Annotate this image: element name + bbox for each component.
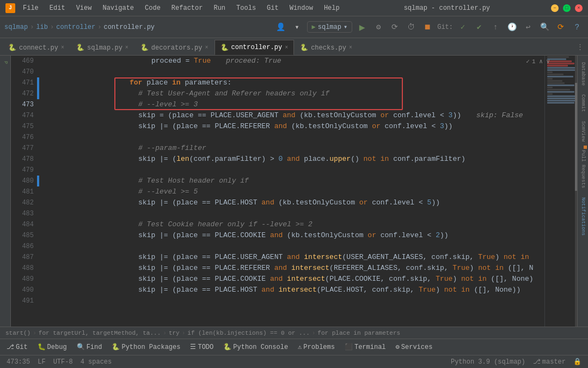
menu-code[interactable]: Code [142,3,164,13]
code-line-478: skip |= (len(conf.paramFilter) > 0 and p… [42,154,544,165]
menu-edit[interactable]: Edit [46,3,69,13]
minimap-indicator[interactable]: ✓ 1 ∧ ∨ [526,58,550,65]
line-numbers: 469 470 471 472 473 474 475 476 477 478 … [11,56,38,327]
breadcrumb-start[interactable]: start() [5,330,30,336]
menu-run[interactable]: Run [210,3,229,13]
services-button[interactable]: ⚙ Services [391,342,437,352]
code-line-476 [42,132,544,143]
status-indent[interactable]: 4 spaces [77,355,115,368]
breadcrumb-if[interactable]: if (len(kb.injections) == 0 or ... [187,330,309,336]
maximize-button[interactable]: □ [563,4,571,12]
minimap [544,56,577,327]
indent-value: 4 spaces [81,358,112,366]
terminal-button[interactable]: ⬛ Terminal [340,342,390,352]
python-console-button[interactable]: 🐍 Python Console [219,342,292,352]
user-icon[interactable]: 👤 [274,21,287,34]
status-line-ending[interactable]: LF [34,355,48,368]
help-icon[interactable]: ? [571,21,584,34]
git-label: Git: [437,23,453,31]
python-packages-button[interactable]: 🐍 Python Packages [107,342,185,352]
dropdown-arrow-icon[interactable]: ▾ [291,21,304,34]
todo-button[interactable]: ☰ TODO [186,342,218,352]
debug-button[interactable]: 🐛 Debug [33,342,71,352]
menu-window[interactable]: Window [286,3,316,13]
code-line-490: skip |= (place == PLACE.HOST and interse… [42,285,544,295]
tab-checks[interactable]: 🐍 checks.py × [294,40,358,55]
search-everywhere-icon[interactable]: 🔍 [538,21,551,34]
breadcrumb-file[interactable]: controller.py [103,23,155,31]
menu-help[interactable]: Help [321,3,343,13]
left-sidebar: P [0,56,11,327]
tab-connect[interactable]: 🐍 connect.py × [2,40,70,55]
tab-checks-label: checks.py [311,44,346,52]
git-tool-button[interactable]: ⎇ Git [2,342,32,352]
breadcrumb-sqlmap[interactable]: sqlmap [4,23,28,31]
tab-decorators-close[interactable]: × [205,45,208,51]
services-icon: ⚙ [396,343,400,351]
breadcrumb-for-place[interactable]: for place in parameters [317,330,400,336]
right-panel-commit[interactable]: Commit [579,90,587,116]
git-push-icon[interactable]: ↑ [489,21,502,34]
run-button[interactable]: ▶ [356,21,369,34]
git-check-icon[interactable]: ✓ [456,21,469,34]
tab-controller[interactable]: 🐍 controller.py × [215,40,295,55]
right-panel-notifications[interactable]: Notifications [579,193,587,240]
services-label: Services [401,343,433,351]
right-panel-pullrequests[interactable]: Pull Requests [579,146,587,192]
tabs-more-button[interactable]: ⋮ [577,43,588,51]
tab-controller-close[interactable]: × [285,45,288,51]
status-python[interactable]: Python 3.9 (sqlmap) [448,355,529,368]
title-bar: J File Edit View Navigate Code Refactor … [0,0,588,16]
breadcrumb-lib[interactable]: lib [36,23,48,31]
right-panel-scmview[interactable]: ScmView [579,117,587,146]
menu-git[interactable]: Git [264,3,282,13]
tab-connect-close[interactable]: × [61,45,64,51]
reload-button[interactable]: ⟳ [388,21,401,34]
sidebar-project-icon[interactable]: P [1,58,10,68]
app-icon: J [5,3,15,13]
menu-navigate[interactable]: Navigate [99,3,137,13]
run-config-arrow: ▾ [344,23,347,31]
close-button[interactable]: × [575,4,583,12]
tab-decorators[interactable]: 🐍 decorators.py × [134,40,215,55]
code-line-473: # --level >= 3 [42,99,544,110]
breadcrumb-controller-dir[interactable]: controller [56,23,95,31]
quick-switch-icon[interactable]: ⟳ [554,21,567,34]
minimap-scrollbar-thumb[interactable] [575,83,577,191]
stop-button[interactable]: ■ [421,21,434,34]
tab-controller-label: controller.py [231,44,283,51]
run-with-coverage-button[interactable]: ⚙ [372,21,385,34]
tab-sqlmap-close[interactable]: × [125,45,128,51]
menu-view[interactable]: View [73,3,95,13]
status-branch[interactable]: ⎇ master [530,355,569,368]
charset-value: UTF-8 [53,358,73,366]
git-tool-label: Git [16,343,28,351]
status-lock[interactable]: 🔒 [570,355,585,368]
profile-button[interactable]: ⏱ [405,21,418,34]
code-line-480: # Test Host header only if [42,176,544,186]
status-position[interactable]: 473:35 [3,355,33,368]
git-tick-icon[interactable]: ✔ [473,21,486,34]
problems-button[interactable]: ⚠ Problems [293,342,339,352]
status-charset[interactable]: UTF-8 [50,355,76,368]
tab-sqlmap[interactable]: 🐍 sqlmap.py × [70,40,134,55]
breadcrumb-try[interactable]: try [169,330,180,336]
breadcrumb-for[interactable]: for targetUrl, targetMethod, ta... [39,330,161,336]
right-panel-database[interactable]: Database [579,58,587,90]
code-line-483 [42,208,544,219]
code-line-484: # Test Cookie header only if --level >= … [42,219,544,230]
code-line-486 [42,241,544,252]
git-revert-icon[interactable]: ↩ [522,21,535,34]
menu-refactor[interactable]: Refactor [168,3,206,13]
menu-file[interactable]: File [20,3,42,13]
title-bar-left: J File Edit View Navigate Code Refactor … [5,3,343,13]
find-button[interactable]: 🔍 Find [72,342,107,352]
git-history-icon[interactable]: 🕐 [505,21,518,34]
minimize-button[interactable]: − [551,4,559,12]
menu-tools[interactable]: Tools [233,3,259,13]
run-config-dropdown[interactable]: ▶ sqlmap ▾ [307,21,353,33]
tab-checks-close[interactable]: × [349,45,352,51]
tab-controller-icon: 🐍 [220,44,229,52]
window-title: sqlmap - controller.py [404,4,490,12]
code-editor[interactable]: ✓ 1 ∧ ∨ 469 470 471 472 473 474 475 476 … [11,56,588,327]
